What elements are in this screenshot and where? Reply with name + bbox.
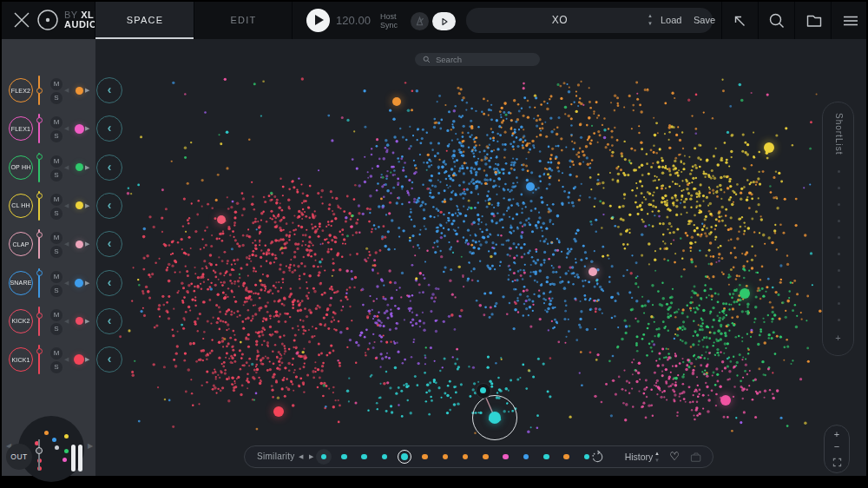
- channel-pad-clap[interactable]: CLAP: [9, 232, 33, 256]
- similarity-dot-5[interactable]: [422, 454, 428, 460]
- search-input[interactable]: [434, 54, 533, 65]
- tab-space[interactable]: SPACE: [95, 2, 194, 39]
- selected-sample-dot[interactable]: [489, 412, 501, 424]
- sample-anchor-5[interactable]: [740, 288, 750, 299]
- sample-anchor-2[interactable]: [526, 182, 535, 191]
- similarity-dot-2[interactable]: [361, 454, 367, 460]
- similarity-dot-9[interactable]: [503, 454, 509, 460]
- channel-fader-kick2[interactable]: [38, 307, 40, 336]
- save-button[interactable]: Save: [694, 8, 715, 33]
- channel-fader-handle-clap[interactable]: [36, 232, 43, 238]
- next-sample-arrow-flex1[interactable]: ▶: [85, 109, 89, 148]
- channel-pad-flex2[interactable]: FLEX2: [9, 78, 33, 102]
- collapse-chevron-kick1[interactable]: ‹: [96, 346, 122, 373]
- favorite-heart-icon[interactable]: ♡: [667, 446, 681, 467]
- mute-button-kick1[interactable]: M: [50, 347, 62, 359]
- channel-pad-kick2[interactable]: KICK2: [9, 309, 33, 333]
- channel-color-dot-flex1[interactable]: [75, 124, 84, 134]
- collapse-chevron-kick2[interactable]: ‹: [96, 308, 122, 334]
- mute-button-kick2[interactable]: M: [50, 309, 62, 321]
- prev-sample-arrow-kick1[interactable]: ◀: [64, 340, 69, 379]
- solo-button-flex2[interactable]: S: [50, 92, 62, 104]
- menu-button[interactable]: [840, 10, 861, 31]
- out-button[interactable]: OUT: [6, 444, 32, 470]
- preset-spinner[interactable]: ▲▼: [646, 12, 654, 28]
- out-volume-handle[interactable]: [36, 447, 43, 454]
- prev-sample-arrow-flex1[interactable]: ◀: [64, 109, 69, 148]
- channel-color-dot-kick2[interactable]: [76, 317, 83, 325]
- next-sample-arrow-snare[interactable]: ▶: [85, 264, 89, 302]
- channel-pad-ophh[interactable]: OP HH: [9, 155, 33, 180]
- preset-selector[interactable]: XO ▲▼ Load Save: [466, 8, 713, 33]
- next-sample-arrow-kick1[interactable]: ▶: [85, 340, 89, 379]
- solo-button-clap[interactable]: S: [50, 246, 62, 258]
- snapshot-icon[interactable]: [689, 451, 703, 464]
- mute-button-clhh[interactable]: M: [50, 194, 62, 206]
- channel-pad-clhh[interactable]: CL HH: [9, 194, 33, 218]
- load-button[interactable]: Load: [661, 8, 681, 33]
- collapse-chevron-clap[interactable]: ‹: [96, 231, 122, 257]
- similarity-dot-7[interactable]: [463, 454, 469, 460]
- channel-fader-handle-kick1[interactable]: [36, 348, 43, 354]
- channel-color-dot-clhh[interactable]: [76, 201, 83, 209]
- next-sample-arrow-kick2[interactable]: ▶: [85, 302, 89, 340]
- shortlist-add-button[interactable]: +: [823, 333, 853, 343]
- channel-color-dot-clap[interactable]: [76, 241, 83, 248]
- play-button[interactable]: [306, 9, 330, 32]
- tab-edit[interactable]: EDIT: [194, 2, 293, 39]
- prev-sample-arrow-flex2[interactable]: ◀: [64, 71, 69, 109]
- collapse-chevron-flex2[interactable]: ‹: [96, 77, 122, 103]
- collapse-chevron-flex1[interactable]: ‹: [96, 115, 122, 142]
- pad-next-arrow[interactable]: ▶: [88, 442, 93, 451]
- channel-pad-flex1[interactable]: FLEX1: [9, 116, 33, 141]
- similarity-dot-10[interactable]: [523, 454, 529, 460]
- out-volume-fader[interactable]: [38, 439, 40, 471]
- prev-sample-arrow-clap[interactable]: ◀: [64, 225, 69, 263]
- channel-fader-handle-ophh[interactable]: [36, 154, 43, 160]
- channel-fader-handle-snare[interactable]: [36, 270, 43, 276]
- mute-button-ophh[interactable]: M: [50, 155, 62, 168]
- channel-fader-handle-flex2[interactable]: [36, 88, 43, 94]
- similarity-dot-6[interactable]: [443, 454, 449, 460]
- zoom-out-button[interactable]: −: [825, 441, 849, 452]
- channel-color-dot-snare[interactable]: [75, 279, 83, 287]
- next-sample-arrow-ophh[interactable]: ▶: [85, 148, 89, 187]
- solo-button-kick2[interactable]: S: [50, 323, 62, 335]
- solo-button-snare[interactable]: S: [50, 285, 62, 297]
- mute-button-flex1[interactable]: M: [50, 116, 62, 129]
- channel-color-dot-ophh[interactable]: [76, 163, 83, 171]
- mute-button-clap[interactable]: M: [50, 232, 62, 244]
- channel-pad-kick1[interactable]: KICK1: [9, 347, 33, 372]
- mute-button-snare[interactable]: M: [50, 271, 62, 283]
- similarity-dot-3[interactable]: [382, 454, 388, 460]
- history-spinner[interactable]: ▲▼: [653, 450, 661, 464]
- prev-sample-arrow-clhh[interactable]: ◀: [64, 187, 69, 225]
- similarity-dot-13[interactable]: [584, 454, 590, 460]
- fit-view-button[interactable]: [832, 457, 843, 468]
- sample-anchor-7[interactable]: [720, 395, 731, 406]
- channel-fader-handle-clhh[interactable]: [36, 193, 43, 199]
- sample-anchor-4[interactable]: [589, 267, 597, 276]
- pointer-tool-button[interactable]: [729, 10, 750, 31]
- metronome-toggle[interactable]: [411, 12, 429, 30]
- channel-fader-handle-flex1[interactable]: [36, 117, 43, 123]
- sample-anchor-6[interactable]: [273, 406, 284, 417]
- regenerate-icon[interactable]: [590, 450, 605, 465]
- zoom-in-button[interactable]: +: [825, 429, 849, 439]
- sample-preview-toggle[interactable]: [432, 12, 456, 30]
- search-tool-button[interactable]: [766, 10, 787, 31]
- similarity-dot-8[interactable]: [483, 454, 489, 460]
- sample-anchor-3[interactable]: [764, 142, 774, 153]
- collapse-chevron-ophh[interactable]: ‹: [96, 155, 122, 181]
- collapse-chevron-clhh[interactable]: ‹: [96, 193, 122, 219]
- prev-sample-arrow-ophh[interactable]: ◀: [64, 148, 69, 187]
- space-search-bar[interactable]: [415, 53, 540, 66]
- solo-button-ophh[interactable]: S: [50, 169, 62, 181]
- similarity-dot-11[interactable]: [543, 454, 549, 460]
- similarity-prev-arrow[interactable]: ◀: [299, 446, 303, 467]
- solo-button-flex1[interactable]: S: [50, 130, 62, 142]
- solo-button-kick1[interactable]: S: [50, 361, 62, 373]
- mute-button-flex2[interactable]: M: [50, 78, 62, 90]
- sample-anchor-1[interactable]: [217, 215, 226, 224]
- next-sample-arrow-clhh[interactable]: ▶: [85, 187, 89, 225]
